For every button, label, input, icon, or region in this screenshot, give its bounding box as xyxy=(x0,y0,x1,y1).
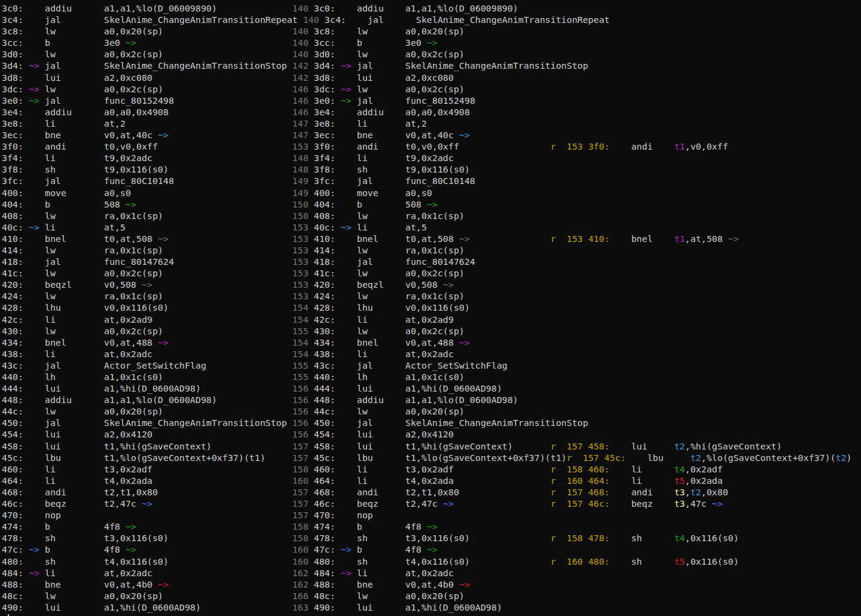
asm-line-450: 450: jal SkelAnime_ChangeAnimTransitionS… xyxy=(2,417,852,428)
asm-line-3c8: 3c8: lw a0,0x20(sp) 140 3c8: lw a0,0x20(… xyxy=(2,25,852,37)
asm-line-3f0: 3f0: andi t0,v0,0xff 153 3f0: andi t0,v0… xyxy=(2,141,852,152)
asm-line-3d4: 3d4: ~> jal SkelAnime_ChangeAnimTransiti… xyxy=(2,60,852,71)
asm-line-448: 448: addiu a1,a1,%lo(D_0600AD98) 156 448… xyxy=(2,394,852,405)
asm-line-454: 454: lui a2,0x4120 156 454: lui a2,0x412… xyxy=(2,428,852,440)
asm-line-418: 418: jal func_80147624 153 418: jal func… xyxy=(2,256,852,267)
asm-line-400: 400: move a0,s0 149 400: move a0,s0 xyxy=(2,187,852,198)
asm-line-468: 468: andi t2,t1,0x80 157 468: andi t2,t1… xyxy=(2,486,852,498)
asm-line-46c: 46c: beqz t2,47c ~> 157 46c: beqz t2,47c… xyxy=(2,498,852,509)
asm-line-490: 490: lui a1,%hi(D_0600AD98) 163 490: lui… xyxy=(2,602,852,613)
asm-line-404: 404: b 508 ~> 150 404: b 508 ~> xyxy=(2,198,852,210)
asm-line-3dc: 3dc: ~> lw a0,0x2c(sp) 146 3dc: ~> lw a0… xyxy=(2,83,852,95)
asm-line-420: 420: beqzl v0,508 ~> 153 420: beqzl v0,5… xyxy=(2,279,852,290)
asm-line-488: 488: bne v0,at,4b0 ~> 162 488: bne v0,at… xyxy=(2,579,852,590)
asm-line-3e0: 3e0: ~> jal func_80152498 146 3e0: ~> ja… xyxy=(2,95,852,106)
asm-line-44c: 44c: lw a0,0x20(sp) 156 44c: lw a0,0x20(… xyxy=(2,405,852,417)
asm-line-3c4: 3c4: jal SkelAnime_ChangeAnimTransitionR… xyxy=(2,14,852,25)
terminal-window: 3c0: addiu a1,a1,%lo(D_06009890) 140 3c0… xyxy=(0,0,861,616)
asm-line-47c: 47c: ~> b 4f8 ~> 160 47c: ~> b 4f8 ~> xyxy=(2,544,852,555)
asm-diff-output[interactable]: 3c0: addiu a1,a1,%lo(D_06009890) 140 3c0… xyxy=(2,2,852,616)
asm-line-408: 408: lw ra,0x1c(sp) 150 408: lw ra,0x1c(… xyxy=(2,210,852,221)
asm-line-43c: 43c: jal Actor_SetSwitchFlag 155 43c: ja… xyxy=(2,360,852,371)
asm-line-41c: 41c: lw a0,0x2c(sp) 153 41c: lw a0,0x2c(… xyxy=(2,267,852,279)
asm-line-410: 410: bnel t0,at,508 ~> 153 410: bnel t0,… xyxy=(2,233,852,244)
asm-line-42c: 42c: li at,0x2ad9 154 42c: li at,0x2ad9 xyxy=(2,314,852,325)
asm-line-3e4: 3e4: addiu a0,a0,0x4908 146 3e4: addiu a… xyxy=(2,106,852,118)
asm-line-464: 464: li t4,0x2ada 160 464: li t4,0x2ada … xyxy=(2,475,852,486)
prompt-char: . xyxy=(2,614,7,616)
asm-line-478: 478: sh t3,0x116(s0) 158 478: sh t3,0x11… xyxy=(2,532,852,544)
asm-line-424: 424: lw ra,0x1c(sp) 153 424: lw ra,0x1c(… xyxy=(2,290,852,302)
asm-line-428: 428: lhu v0,0x116(s0) 154 428: lhu v0,0x… xyxy=(2,302,852,313)
asm-line-3f8: 3f8: sh t9,0x116(s0) 148 3f8: sh t9,0x11… xyxy=(2,164,852,175)
asm-line-458: 458: lui t1,%hi(gSaveContext) 157 458: l… xyxy=(2,440,852,452)
asm-line-480: 480: sh t4,0x116(s0) 160 480: sh t4,0x11… xyxy=(2,556,852,567)
asm-line-444: 444: lui a1,%hi(D_0600AD98) 156 444: lui… xyxy=(2,383,852,394)
asm-line-3c0: 3c0: addiu a1,a1,%lo(D_06009890) 140 3c0… xyxy=(2,2,852,14)
prompt-line: . xyxy=(2,613,852,616)
asm-line-3cc: 3cc: b 3e0 ~> 140 3cc: b 3e0 ~> xyxy=(2,37,852,48)
asm-line-414: 414: lw ra,0x1c(sp) 153 414: lw ra,0x1c(… xyxy=(2,244,852,256)
asm-line-3ec: 3ec: bne v0,at,40c ~> 147 3ec: bne v0,at… xyxy=(2,129,852,141)
asm-line-3d8: 3d8: lui a2,0xc080 142 3d8: lui a2,0xc08… xyxy=(2,72,852,83)
asm-line-3fc: 3fc: jal func_80C10148 149 3fc: jal func… xyxy=(2,175,852,186)
asm-line-48c: 48c: lw a0,0x20(sp) 166 48c: lw a0,0x20(… xyxy=(2,590,852,602)
asm-line-40c: 40c: ~> li at,5 153 40c: ~> li at,5 xyxy=(2,221,852,233)
asm-line-474: 474: b 4f8 ~> 158 474: b 4f8 ~> xyxy=(2,521,852,532)
asm-line-430: 430: lw a0,0x2c(sp) 155 430: lw a0,0x2c(… xyxy=(2,325,852,337)
asm-line-3d0: 3d0: lw a0,0x2c(sp) 140 3d0: lw a0,0x2c(… xyxy=(2,48,852,60)
asm-line-460: 460: li t3,0x2adf 158 460: li t3,0x2adf … xyxy=(2,463,852,475)
asm-line-3f4: 3f4: li t9,0x2adc 148 3f4: li t9,0x2adc xyxy=(2,152,852,164)
asm-line-470: 470: nop 157 470: nop xyxy=(2,509,852,521)
asm-line-484: 484: ~> li at,0x2adc 162 484: ~> li at,0… xyxy=(2,567,852,579)
asm-line-434: 434: bnel v0,at,488 ~> 154 434: bnel v0,… xyxy=(2,337,852,348)
asm-line-45c: 45c: lbu t1,%lo(gSaveContext+0xf37)(t1) … xyxy=(2,452,852,463)
asm-line-438: 438: li at,0x2adc 154 438: li at,0x2adc xyxy=(2,348,852,360)
asm-line-440: 440: lh a1,0x1c(s0) 155 440: lh a1,0x1c(… xyxy=(2,371,852,383)
asm-line-3e8: 3e8: li at,2 147 3e8: li at,2 xyxy=(2,118,852,129)
